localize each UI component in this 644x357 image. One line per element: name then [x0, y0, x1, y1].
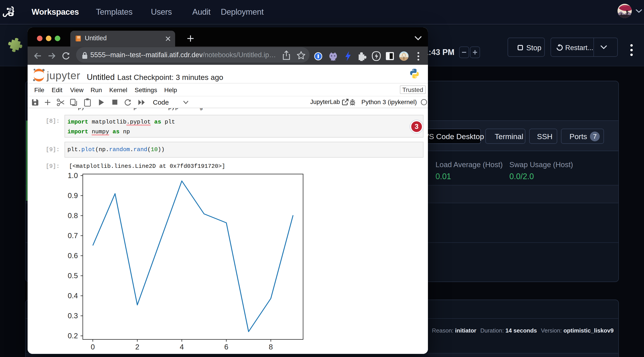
- svg-text:0.8: 0.8: [68, 212, 78, 220]
- svg-text:0.6: 0.6: [68, 252, 78, 260]
- svg-text:0.5: 0.5: [68, 272, 78, 280]
- svg-text:6: 6: [224, 343, 228, 351]
- svg-text:0: 0: [91, 343, 95, 351]
- svg-text:0.2: 0.2: [68, 332, 78, 340]
- svg-text:2: 2: [135, 343, 139, 351]
- svg-text:1.0: 1.0: [68, 172, 78, 180]
- svg-text:4: 4: [180, 343, 184, 351]
- svg-text:8: 8: [269, 343, 273, 351]
- svg-text:0.7: 0.7: [68, 232, 78, 240]
- svg-text:0.9: 0.9: [68, 192, 78, 200]
- svg-text:0.3: 0.3: [68, 312, 78, 320]
- svg-text:0.4: 0.4: [68, 292, 78, 300]
